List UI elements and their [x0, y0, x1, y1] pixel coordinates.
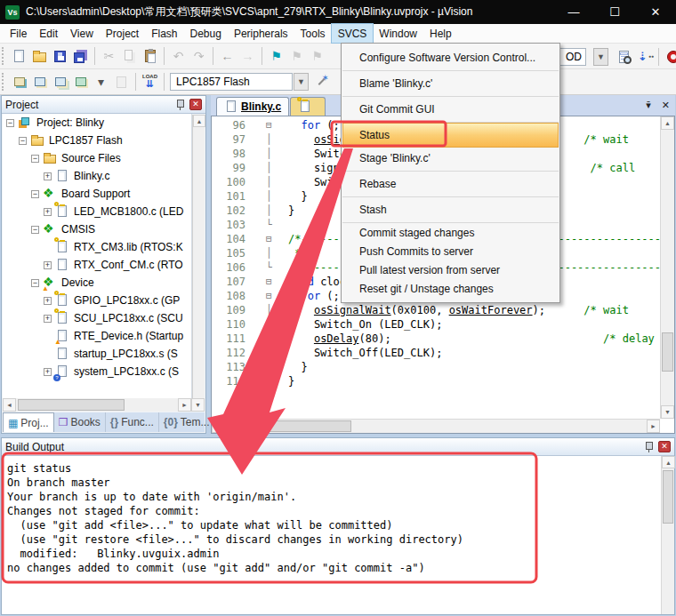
- maximize-button[interactable]: ☐: [594, 0, 635, 24]
- target-select[interactable]: LPC1857 Flash: [170, 73, 293, 91]
- build-button[interactable]: [29, 71, 50, 92]
- editor-vertical-scrollbar[interactable]: ▲ ▼: [660, 116, 674, 419]
- toolbar-grip[interactable]: [2, 47, 6, 65]
- scroll-up-button[interactable]: ▲: [193, 115, 205, 127]
- options-for-target-button[interactable]: [312, 71, 333, 92]
- fold-collapse-icon[interactable]: ⊟: [251, 289, 285, 303]
- svcs-menu-item-status[interactable]: Status: [343, 124, 558, 147]
- tree-item[interactable]: −Source Files: [3, 149, 191, 167]
- svcs-menu-item-git-commit-gui[interactable]: Git Commit GUI: [342, 98, 559, 121]
- search-dropdown-button[interactable]: ▼: [593, 48, 608, 66]
- expand-icon[interactable]: +: [44, 172, 52, 180]
- scroll-left-button[interactable]: ◄: [3, 398, 16, 412]
- menu-file[interactable]: File: [4, 24, 33, 43]
- tree-item[interactable]: +GPIO_LPC18xx.c (GP: [3, 292, 191, 309]
- tree-item[interactable]: −❖▲Device: [3, 274, 191, 292]
- tree-item[interactable]: startup_LPC18xx.s (S: [3, 345, 191, 363]
- save-button[interactable]: [50, 45, 70, 67]
- download-button[interactable]: LOAD⇊: [140, 71, 160, 92]
- collapse-icon[interactable]: −: [31, 279, 39, 287]
- svcs-menu-item-reset-git-unstage-changes[interactable]: Reset git / Unstage changes: [342, 280, 559, 299]
- scroll-left-button[interactable]: ◄: [212, 420, 225, 433]
- collapse-icon[interactable]: −: [31, 226, 39, 234]
- undo-button[interactable]: ↶: [168, 45, 189, 67]
- collapse-icon[interactable]: −: [31, 155, 39, 163]
- navigate-forward-button[interactable]: →: [237, 45, 258, 67]
- tab-project[interactable]: ▦Proj...: [3, 412, 54, 432]
- scroll-up-button[interactable]: ▲: [662, 456, 675, 468]
- tree-item[interactable]: −❖Board Support: [3, 185, 191, 203]
- tab-functions[interactable]: {}Func...: [106, 412, 159, 432]
- svcs-menu-item-rebase[interactable]: Rebase: [342, 172, 559, 196]
- collapse-icon[interactable]: −: [19, 137, 27, 145]
- editor-horizontal-scrollbar[interactable]: ◄ ►: [212, 419, 660, 433]
- tree-item[interactable]: +SCU_LPC18xx.c (SCU: [3, 309, 191, 327]
- menu-tools[interactable]: Tools: [294, 24, 332, 43]
- batch-build-dropdown[interactable]: ▾: [91, 71, 111, 92]
- save-all-button[interactable]: [70, 45, 91, 67]
- scroll-down-button[interactable]: ▼: [191, 398, 205, 412]
- menu-help[interactable]: Help: [423, 24, 458, 43]
- tree-item[interactable]: +?system_LPC18xx.c (S: [3, 363, 191, 380]
- stop-build-button[interactable]: [111, 71, 132, 92]
- scroll-down-button[interactable]: ▼: [661, 405, 674, 419]
- svcs-menu-item-blame-blinky-c[interactable]: Blame 'Blinky.c': [342, 72, 559, 95]
- scroll-right-button[interactable]: ►: [647, 420, 660, 433]
- target-select-dropdown[interactable]: ▼: [294, 73, 309, 91]
- tab-books[interactable]: ❒Books: [54, 412, 106, 432]
- toolbar-grip[interactable]: [2, 73, 6, 91]
- scrollbar-thumb[interactable]: [663, 470, 673, 524]
- cut-button[interactable]: ✂: [99, 45, 119, 67]
- project-tree-horizontal-scrollbar[interactable]: ◄ ► ▼: [3, 398, 205, 412]
- build-output-scrollbar[interactable]: ▲: [661, 456, 674, 614]
- menu-edit[interactable]: Edit: [33, 24, 64, 43]
- menu-svcs[interactable]: SVCS: [332, 24, 374, 43]
- menu-debug[interactable]: Debug: [184, 24, 228, 43]
- tree-item[interactable]: +RTX_Conf_CM.c (RTO: [3, 256, 191, 274]
- copy-button[interactable]: [119, 45, 140, 67]
- tree-item[interactable]: RTX_CM3.lib (RTOS:K: [3, 238, 191, 256]
- expand-icon[interactable]: +: [44, 368, 52, 376]
- tree-item[interactable]: −Project: Blinky: [3, 114, 191, 132]
- menu-flash[interactable]: Flash: [145, 24, 183, 43]
- new-file-button[interactable]: [9, 45, 29, 67]
- menu-peripherals[interactable]: Peripherals: [228, 24, 294, 43]
- menu-project[interactable]: Project: [100, 24, 145, 43]
- redo-button[interactable]: ↷: [189, 45, 209, 67]
- expand-icon[interactable]: +: [44, 297, 52, 305]
- expand-icon[interactable]: +: [44, 315, 52, 323]
- menu-view[interactable]: View: [64, 24, 100, 43]
- expand-icon[interactable]: +: [44, 261, 52, 269]
- scrollbar-thumb[interactable]: [227, 420, 351, 432]
- close-button[interactable]: ✕: [635, 0, 676, 24]
- build-output-text[interactable]: git statusOn branch masterYour branch is…: [3, 456, 661, 614]
- svcs-menu-item-stash[interactable]: Stash: [342, 198, 559, 221]
- tree-item[interactable]: +LED_MCB1800.c (LED: [3, 203, 191, 220]
- open-file-button[interactable]: [29, 45, 50, 67]
- find-in-files-button[interactable]: [614, 46, 634, 68]
- fold-collapse-icon[interactable]: ⊟: [251, 232, 285, 246]
- project-panel-close-button[interactable]: ✕: [189, 99, 202, 110]
- batch-build-button[interactable]: [70, 71, 91, 92]
- fold-collapse-icon[interactable]: ⊟: [251, 275, 285, 289]
- menu-window[interactable]: Window: [373, 24, 423, 43]
- tree-item[interactable]: −❖CMSIS: [3, 220, 191, 238]
- pin-icon[interactable]: [176, 99, 184, 110]
- paste-button[interactable]: [140, 45, 160, 67]
- svcs-menu-item-push-commits-to-server[interactable]: Push Commits to server: [342, 243, 559, 261]
- start-debug-button[interactable]: [663, 46, 676, 68]
- tree-item[interactable]: +Blinky.c: [3, 167, 191, 185]
- scrollbar-thumb[interactable]: [662, 332, 673, 372]
- tab-templates[interactable]: {0}Tem...: [159, 412, 215, 432]
- navigate-back-button[interactable]: ←: [217, 45, 237, 67]
- svcs-menu-item-pull-latest-version-from-server[interactable]: Pull latest version from server: [342, 261, 559, 280]
- svcs-menu-item-configure-software-version-control[interactable]: Configure Software Version Control...: [342, 46, 559, 69]
- scroll-up-button[interactable]: ▲: [661, 116, 674, 130]
- editor-tab[interactable]: [290, 97, 326, 116]
- document-menu-icon[interactable]: ▾̄: [646, 99, 651, 111]
- collapse-icon[interactable]: −: [6, 119, 14, 127]
- project-tree-vertical-scrollbar[interactable]: ▲: [192, 115, 205, 398]
- document-close-icon[interactable]: ✕: [662, 99, 670, 111]
- scrollbar-thumb[interactable]: [18, 399, 125, 411]
- expand-icon[interactable]: +: [44, 208, 52, 216]
